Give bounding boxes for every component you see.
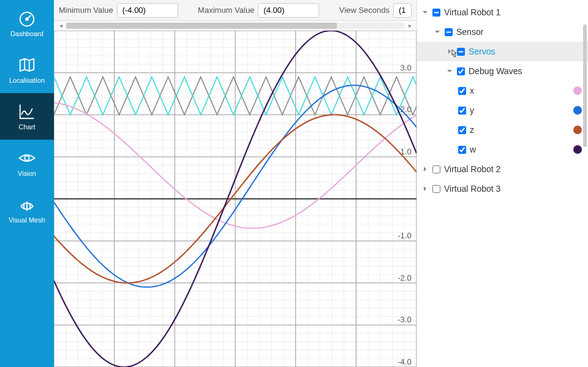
sidebar-item-label: Visual Mesh (9, 216, 45, 224)
tree-row-robot1[interactable]: Virtual Robot 1 (417, 2, 588, 22)
tree-row-robot2[interactable]: Virtual Robot 2 (417, 159, 588, 179)
sidebar-item-chart[interactable]: Chart (0, 93, 54, 140)
chart-scrollbar[interactable]: ◂ ▸ (54, 21, 417, 31)
min-value-label: Minimum Value (59, 6, 113, 15)
chevron-right-icon[interactable] (420, 185, 431, 192)
tree-checkbox-z[interactable] (458, 126, 466, 134)
max-value-input[interactable] (258, 3, 319, 18)
svg-text:2.0: 2.0 (401, 105, 412, 114)
tree-row-z[interactable]: z (417, 120, 588, 140)
chart-area[interactable]: 4.03.02.01.0-1.0-2.0-3.0-4.0 (54, 31, 417, 367)
tree-label: Virtual Robot 2 (442, 164, 582, 174)
chart-column: Minimum Value Maximum Value View Seconds… (54, 0, 417, 367)
scroll-track[interactable] (66, 23, 404, 29)
tree-scrollbar[interactable] (583, 25, 587, 147)
svg-text:-1.0: -1.0 (398, 231, 412, 240)
eye-icon (18, 149, 36, 167)
tree-checkbox-debug[interactable] (457, 67, 465, 75)
color-swatch-z (573, 126, 582, 134)
color-swatch-y (573, 106, 582, 115)
tree-label: w (467, 145, 573, 154)
tree-row-w[interactable]: w (417, 140, 588, 159)
tree-checkbox-sensor[interactable] (445, 28, 453, 36)
chevron-down-icon[interactable] (444, 67, 455, 75)
svg-text:3.0: 3.0 (401, 63, 412, 72)
tree-row-robot3[interactable]: Virtual Robot 3 (417, 179, 588, 199)
sidebar: Dashboard Localisation Chart Vision Visu… (0, 0, 54, 367)
tree-checkbox-x[interactable] (458, 87, 466, 95)
sidebar-item-vision[interactable]: Vision (0, 140, 54, 186)
svg-point-2 (24, 156, 29, 161)
mesh-icon (18, 195, 36, 214)
svg-text:-4.0: -4.0 (398, 357, 412, 366)
tree-label: Sensor (454, 27, 582, 37)
sidebar-item-localisation[interactable]: Localisation (0, 47, 54, 93)
chart-svg: 4.03.02.01.0-1.0-2.0-3.0-4.0 (54, 31, 417, 367)
sidebar-item-dashboard[interactable]: Dashboard (0, 0, 54, 47)
main-content: Minimum Value Maximum Value View Seconds… (54, 0, 588, 367)
tree-row-y[interactable]: y (417, 100, 588, 120)
tree-row-servos[interactable]: Servos (417, 42, 588, 61)
scroll-left-arrow[interactable]: ◂ (58, 23, 64, 29)
tree-checkbox-robot1[interactable] (432, 9, 440, 17)
svg-text:-2.0: -2.0 (398, 273, 412, 282)
tree-label: z (467, 125, 573, 135)
svg-point-1 (26, 18, 28, 20)
tree-label: Virtual Robot 3 (442, 184, 582, 194)
map-icon (18, 56, 36, 74)
view-seconds-label: View Seconds (339, 6, 390, 15)
color-swatch-w (573, 145, 582, 154)
tree-checkbox-servos[interactable] (457, 48, 465, 56)
tree-label: Debug Waves (466, 66, 582, 76)
sidebar-item-label: Dashboard (10, 30, 43, 37)
servos-link[interactable]: Servos (469, 47, 496, 56)
chevron-down-icon[interactable] (420, 9, 431, 16)
gauge-icon (18, 9, 36, 28)
chevron-right-icon[interactable] (444, 48, 455, 55)
tree-row-x[interactable]: x (417, 81, 588, 100)
tree-panel: Virtual Robot 1 Sensor Servos Debug Wave… (417, 0, 588, 367)
tree-row-sensor[interactable]: Sensor (417, 22, 588, 42)
color-swatch-x (573, 86, 582, 95)
tree-checkbox-w[interactable] (458, 146, 466, 154)
svg-text:-3.0: -3.0 (398, 315, 412, 324)
chart-icon (18, 102, 36, 121)
sidebar-item-label: Localisation (9, 77, 45, 84)
tree-checkbox-robot3[interactable] (432, 185, 440, 193)
tree-label: Virtual Robot 1 (442, 7, 582, 17)
scroll-thumb[interactable] (66, 23, 337, 29)
sidebar-item-label: Chart (19, 123, 36, 131)
view-seconds-input[interactable] (393, 3, 412, 18)
max-value-label: Maximum Value (198, 6, 254, 15)
tree-label: y (467, 105, 573, 115)
chevron-right-icon[interactable] (420, 165, 431, 173)
sidebar-item-visual-mesh[interactable]: Visual Mesh (0, 186, 54, 233)
tree-checkbox-y[interactable] (458, 107, 466, 115)
chart-toolbar: Minimum Value Maximum Value View Seconds (54, 0, 417, 21)
scroll-right-arrow[interactable]: ▸ (407, 23, 413, 29)
tree-checkbox-robot2[interactable] (432, 165, 440, 173)
tree-label: x (467, 86, 573, 96)
tree-label: Servos (466, 47, 582, 56)
chevron-down-icon[interactable] (432, 28, 443, 36)
tree-row-debug-waves[interactable]: Debug Waves (417, 61, 588, 81)
sidebar-item-label: Vision (18, 170, 36, 177)
min-value-input[interactable] (117, 3, 178, 18)
